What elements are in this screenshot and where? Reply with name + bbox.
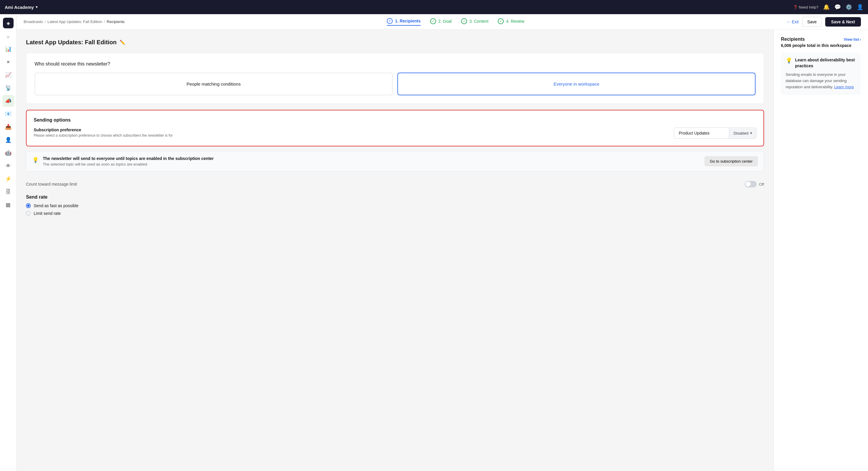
dropdown-value: Product Updates — [674, 128, 729, 138]
sidebar-item-automations[interactable]: 🤖 — [2, 147, 14, 159]
breadcrumb-newsletter[interactable]: Latest App Updates: Fall Edition — [48, 20, 102, 24]
sidebar-item-activity[interactable]: ⚡ — [2, 173, 14, 185]
send-rate-title: Send rate — [26, 194, 764, 200]
info-card-title: Learn about deliverability best practice… — [795, 57, 856, 69]
send-rate-section: Send rate Send as fast as possible Limit… — [26, 194, 764, 216]
everyone-option[interactable]: Everyone in workspace — [397, 72, 755, 95]
send-fast-option[interactable]: Send as fast as possible — [26, 203, 764, 208]
page-title: Latest App Updates: Fall Edition — [26, 39, 117, 46]
save-button[interactable]: Save — [802, 17, 822, 27]
sending-options-card: Sending options Subscription preference … — [26, 110, 764, 146]
count-toward-row: Count toward message limit Off — [26, 177, 764, 191]
subscription-label: Subscription preference — [34, 127, 666, 132]
sidebar-item-grid[interactable]: ▦ — [2, 199, 14, 211]
warning-desc: The selected topic will be used as soon … — [43, 162, 700, 166]
main-content-area: Latest App Updates: Fall Edition ✏️ Who … — [17, 30, 774, 471]
info-lightbulb-icon: 💡 — [786, 57, 792, 64]
limit-send-rate-option[interactable]: Limit send rate — [26, 211, 764, 216]
sidebar: ◈ » 📊 ✕ 📈 📡 📣 📧 📥 👤 🤖 👁 ⚡ 🗄 ▦ — [0, 14, 17, 471]
count-toward-toggle[interactable]: Off — [745, 181, 764, 187]
sidebar-item-inbox[interactable]: 📥 — [2, 121, 14, 133]
help-button[interactable]: ❓ Need help? — [793, 5, 819, 9]
recipient-question: Who should receive this newsletter? — [35, 61, 755, 67]
main-wrapper: Broadcasts / Latest App Updates: Fall Ed… — [17, 14, 868, 471]
send-fast-radio — [26, 203, 31, 208]
sidebar-item-reports[interactable]: 👁 — [2, 160, 14, 172]
sub-header: Broadcasts / Latest App Updates: Fall Ed… — [17, 14, 868, 30]
profile-button[interactable]: 👤 — [857, 4, 863, 10]
limit-send-radio — [26, 211, 31, 216]
panel-title-row: Recipients View list › — [781, 37, 861, 42]
warning-action: Go to subscription center — [705, 156, 758, 166]
dropdown-badge[interactable]: Disabled ▾ — [729, 128, 756, 138]
breadcrumb-current: Recipients — [106, 20, 125, 24]
view-list-link[interactable]: View list › — [844, 37, 861, 42]
dropdown-chevron-icon: ▾ — [750, 131, 752, 135]
sidebar-item-campaigns[interactable]: 📣 — [2, 95, 14, 107]
exit-button[interactable]: ← Exit — [786, 20, 799, 24]
learn-more-link[interactable]: Learn more — [834, 85, 854, 89]
toggle-thumb — [745, 182, 751, 187]
right-panel: Recipients View list › 6,006 people tota… — [774, 30, 868, 471]
panel-count: 6,006 people total in this workspace — [781, 43, 861, 48]
step-review[interactable]: ✓ 4. Review — [498, 18, 524, 25]
toggle-state-label: Off — [759, 182, 764, 187]
breadcrumb: Broadcasts / Latest App Updates: Fall Ed… — [24, 20, 125, 24]
people-matching-option[interactable]: People matching conditions — [35, 72, 393, 95]
warning-title: The newsletter will send to everyone unt… — [43, 156, 700, 161]
step-goal[interactable]: ✓ 2. Goal — [430, 18, 452, 25]
nav-left: Ami Academy ▾ — [5, 5, 37, 10]
subscription-preference-row: Subscription preference Please select a … — [34, 127, 756, 139]
page-content: Latest App Updates: Fall Edition ✏️ Who … — [17, 30, 868, 471]
warning-box: 💡 The newsletter will send to everyone u… — [26, 151, 764, 171]
toggle-track[interactable] — [745, 181, 757, 187]
send-rate-radio-group: Send as fast as possible Limit send rate — [26, 203, 764, 216]
warning-text-block: The newsletter will send to everyone unt… — [43, 156, 700, 166]
count-toward-label: Count toward message limit — [26, 182, 77, 187]
save-next-button[interactable]: Save & Next — [825, 17, 861, 27]
warning-lightbulb-icon: 💡 — [32, 157, 39, 163]
notifications-button[interactable]: 🔔 — [823, 4, 830, 10]
top-navigation: Ami Academy ▾ ❓ Need help? 🔔 💬 ⚙️ 👤 — [0, 0, 868, 14]
header-actions: ← Exit Save Save & Next — [786, 17, 861, 27]
subscription-desc: Please select a subscription preference … — [34, 133, 666, 137]
title-row: Latest App Updates: Fall Edition ✏️ — [26, 39, 764, 46]
sidebar-expand-button[interactable]: » — [4, 32, 12, 42]
sidebar-item-analytics[interactable]: 📈 — [2, 69, 14, 81]
messages-button[interactable]: 💬 — [834, 4, 841, 10]
recipient-section-card: Who should receive this newsletter? Peop… — [26, 53, 764, 104]
subscription-label-block: Subscription preference Please select a … — [34, 127, 666, 137]
sidebar-item-people[interactable]: 👤 — [2, 134, 14, 146]
sidebar-logo: ◈ — [3, 18, 13, 28]
sidebar-item-broadcasts[interactable]: 📡 — [2, 82, 14, 94]
workspace-name[interactable]: Ami Academy ▾ — [5, 5, 37, 10]
sending-options-title: Sending options — [34, 118, 756, 123]
recipients-panel-title: Recipients — [781, 37, 805, 42]
step-recipients[interactable]: ✓ 1. Recipients — [387, 18, 421, 26]
info-card-body: Sending emails to everyone in your datab… — [786, 72, 856, 90]
recipient-options: People matching conditions Everyone in w… — [35, 72, 755, 95]
step-content[interactable]: ✓ 3. Content — [461, 18, 489, 25]
sidebar-item-dashboard[interactable]: 📊 — [2, 43, 14, 55]
deliverability-info-card: 💡 Learn about deliverability best practi… — [781, 53, 861, 95]
sidebar-item-data[interactable]: 🗄 — [2, 186, 14, 198]
subscription-dropdown[interactable]: Product Updates Disabled ▾ — [674, 127, 756, 139]
info-card-header: 💡 Learn about deliverability best practi… — [786, 57, 856, 69]
settings-button[interactable]: ⚙️ — [845, 4, 852, 10]
sidebar-item-messages[interactable]: 📧 — [2, 108, 14, 120]
go-to-subscription-button[interactable]: Go to subscription center — [705, 156, 758, 166]
sidebar-item-close[interactable]: ✕ — [2, 56, 14, 68]
edit-title-icon[interactable]: ✏️ — [120, 39, 125, 45]
breadcrumb-broadcasts[interactable]: Broadcasts — [24, 20, 43, 24]
step-navigation: ✓ 1. Recipients ✓ 2. Goal ✓ 3. Content ✓… — [387, 18, 524, 26]
nav-right: ❓ Need help? 🔔 💬 ⚙️ 👤 — [793, 4, 864, 10]
